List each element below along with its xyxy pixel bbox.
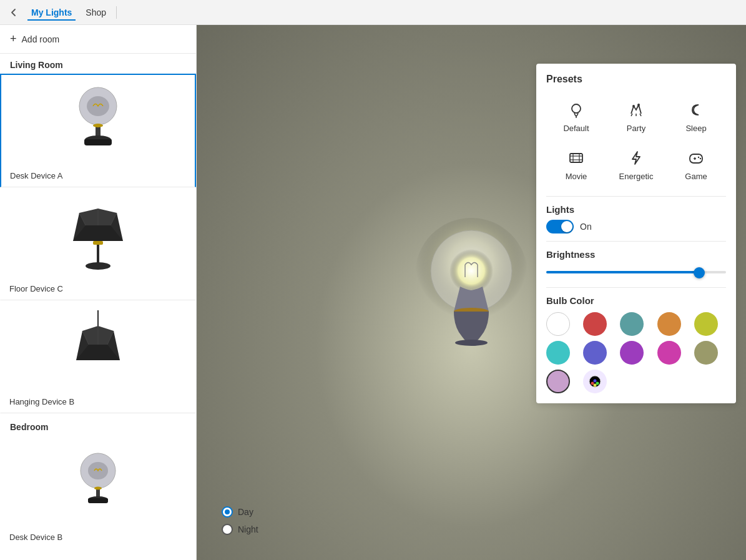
tab-shop[interactable]: Shop bbox=[82, 5, 110, 20]
color-yellow-green[interactable] bbox=[694, 312, 718, 336]
svg-point-55 bbox=[594, 380, 597, 383]
svg-point-36 bbox=[572, 104, 581, 113]
color-blue[interactable] bbox=[583, 341, 607, 365]
preset-movie[interactable]: Movie bbox=[546, 143, 606, 186]
room-bedroom-label: Bedroom bbox=[0, 416, 196, 436]
preset-movie-label: Movie bbox=[566, 172, 587, 181]
lights-toggle[interactable] bbox=[546, 220, 574, 233]
device-name-desk-a: Desk Device A bbox=[7, 171, 63, 180]
svg-point-38 bbox=[632, 105, 635, 107]
svg-rect-13 bbox=[97, 245, 99, 263]
svg-rect-12 bbox=[93, 241, 103, 245]
topbar-divider bbox=[116, 6, 117, 19]
center-lamp-display bbox=[409, 205, 534, 380]
presets-title: Presets bbox=[546, 74, 726, 85]
panel-divider-1 bbox=[546, 196, 726, 197]
device-image-desk-a bbox=[54, 81, 142, 169]
svg-line-42 bbox=[640, 114, 641, 116]
presets-grid: Default Party bbox=[546, 95, 726, 186]
toggle-on-label: On bbox=[580, 222, 592, 232]
svg-point-54 bbox=[591, 382, 594, 385]
preset-default-label: Default bbox=[563, 124, 589, 133]
svg-rect-4 bbox=[84, 139, 112, 145]
svg-point-28 bbox=[94, 487, 102, 490]
back-button[interactable] bbox=[6, 5, 21, 20]
device-name-hanging-b: Hanging Device B bbox=[7, 397, 74, 406]
preset-energetic-icon bbox=[626, 148, 646, 168]
preset-sleep-label: Sleep bbox=[685, 124, 706, 133]
svg-point-56 bbox=[596, 382, 599, 385]
day-option[interactable]: Day bbox=[222, 506, 258, 518]
device-card-floor-c[interactable]: Floor Device C bbox=[0, 187, 196, 300]
preset-party-icon bbox=[626, 100, 646, 120]
night-radio[interactable] bbox=[222, 524, 233, 535]
color-cyan[interactable] bbox=[546, 341, 570, 365]
tab-my-lights[interactable]: My Lights bbox=[27, 5, 76, 20]
presets-panel: Presets Default bbox=[536, 64, 736, 403]
svg-line-40 bbox=[631, 114, 632, 116]
svg-point-31 bbox=[449, 249, 493, 293]
brightness-slider[interactable] bbox=[546, 266, 726, 278]
preset-default[interactable]: Default bbox=[546, 95, 606, 138]
plus-icon: + bbox=[10, 32, 17, 46]
preset-energetic[interactable]: Energetic bbox=[606, 143, 666, 186]
color-pink[interactable] bbox=[657, 341, 681, 365]
preset-game-label: Game bbox=[685, 172, 707, 181]
device-name-floor-c: Floor Device C bbox=[7, 284, 63, 293]
preset-party[interactable]: Party bbox=[606, 95, 666, 138]
color-olive[interactable] bbox=[694, 341, 718, 365]
brightness-fill bbox=[546, 271, 699, 273]
day-radio[interactable] bbox=[222, 506, 233, 518]
preset-game-icon bbox=[686, 148, 706, 168]
device-image-floor-c bbox=[54, 194, 142, 282]
svg-point-57 bbox=[594, 384, 597, 387]
room-living-room-label: Living Room bbox=[0, 54, 196, 74]
preset-sleep[interactable]: Sleep bbox=[666, 95, 726, 138]
panel-divider-2 bbox=[546, 241, 726, 242]
device-card-bedroom-1[interactable]: Desk Device B bbox=[0, 436, 196, 549]
color-custom-picker[interactable] bbox=[583, 370, 607, 393]
sidebar: + Add room Living Room bbox=[0, 25, 197, 560]
svg-rect-27 bbox=[88, 498, 108, 503]
brightness-thumb[interactable] bbox=[694, 267, 705, 278]
preset-party-label: Party bbox=[627, 124, 645, 133]
color-white[interactable] bbox=[546, 312, 570, 336]
night-label: Night bbox=[238, 524, 258, 534]
brightness-title: Brightness bbox=[546, 249, 726, 260]
device-name-bedroom-1: Desk Device B bbox=[7, 533, 62, 542]
preset-movie-icon bbox=[566, 148, 586, 168]
color-red[interactable] bbox=[583, 312, 607, 336]
lights-toggle-row: On bbox=[546, 220, 726, 233]
lights-section-title: Lights bbox=[546, 204, 726, 215]
color-orange[interactable] bbox=[657, 312, 681, 336]
svg-point-35 bbox=[455, 340, 488, 346]
color-purple[interactable] bbox=[620, 341, 644, 365]
svg-rect-43 bbox=[570, 154, 582, 162]
preset-default-icon bbox=[566, 100, 586, 120]
svg-point-51 bbox=[698, 157, 699, 158]
color-teal[interactable] bbox=[620, 312, 644, 336]
day-label: Day bbox=[238, 507, 253, 517]
main-layout: + Add room Living Room bbox=[0, 25, 746, 560]
preset-energetic-label: Energetic bbox=[619, 172, 654, 181]
color-lavender[interactable] bbox=[546, 370, 570, 393]
day-night-selector: Day Night bbox=[222, 506, 258, 535]
device-image-bedroom-1 bbox=[54, 443, 142, 530]
svg-point-5 bbox=[93, 124, 103, 127]
add-room-label: Add room bbox=[22, 34, 60, 44]
night-option[interactable]: Night bbox=[222, 524, 258, 535]
add-room-button[interactable]: + Add room bbox=[0, 25, 196, 54]
preset-sleep-icon bbox=[686, 100, 706, 120]
color-grid bbox=[546, 312, 726, 393]
device-card-hanging-b[interactable]: Hanging Device B bbox=[0, 300, 196, 413]
panel-divider-3 bbox=[546, 287, 726, 288]
brightness-track-bg bbox=[546, 271, 726, 273]
svg-point-52 bbox=[700, 158, 701, 159]
topbar: My Lights Shop bbox=[0, 0, 746, 25]
bulb-color-title: Bulb Color bbox=[546, 295, 726, 306]
svg-point-14 bbox=[86, 262, 110, 270]
device-image-hanging-b bbox=[54, 307, 142, 395]
content-area: Day Night Presets bbox=[197, 25, 746, 560]
device-card-desk-a[interactable]: Desk Device A bbox=[0, 74, 196, 187]
preset-game[interactable]: Game bbox=[666, 143, 726, 186]
